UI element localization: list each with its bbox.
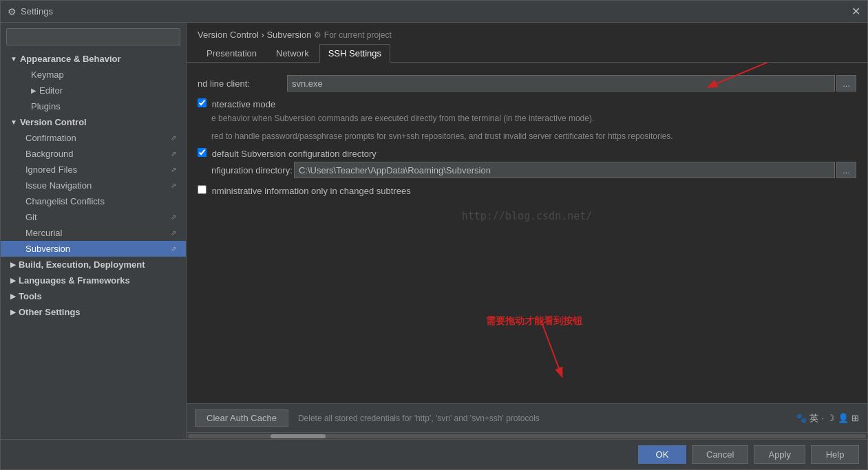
admin-info-label: nministrative information only in change… — [212, 186, 411, 196]
sidebar-item-label: Tools — [19, 291, 42, 301]
icon1: 🐾 — [796, 413, 807, 423]
interactive-mode-section: nteractive mode e behavior when Subversi… — [198, 98, 856, 142]
tab-network[interactable]: Network — [267, 44, 318, 62]
watermark-text: http://blog.csdn.net/ — [462, 210, 593, 222]
scrollbar-thumb[interactable] — [271, 434, 326, 438]
scrollbar-track — [188, 434, 866, 438]
browse-config-button[interactable]: ... — [836, 162, 856, 178]
sidebar-item-label: Confirmation — [25, 133, 76, 143]
help-button[interactable]: Help — [811, 445, 859, 464]
content-area: Version Control › Subversion ⚙ For curre… — [187, 23, 867, 439]
icon2: 英 — [809, 412, 818, 425]
sidebar-item-ignoredfiles[interactable]: Ignored Files ⇗ — [1, 162, 186, 178]
apply-button[interactable]: Apply — [754, 445, 805, 464]
content-header: Version Control › Subversion ⚙ For curre… — [187, 23, 867, 63]
tab-presentation[interactable]: Presentation — [198, 44, 266, 62]
tab-sshsettings[interactable]: SSH Settings — [319, 44, 390, 63]
behavior-text1: e behavior when Subversion commands are … — [211, 112, 856, 125]
sidebar-item-label: Subversion — [25, 244, 70, 254]
sidebar-item-appearance[interactable]: ▼ Appearance & Behavior — [1, 51, 186, 67]
search-input[interactable] — [6, 28, 180, 45]
horizontal-scrollbar[interactable] — [187, 432, 867, 439]
sidebar-item-tools[interactable]: ▶ Tools — [1, 288, 186, 304]
default-config-checkbox[interactable] — [198, 148, 207, 157]
system-icons: 🐾 英 · ☽ 👤 ⊞ — [796, 412, 859, 425]
search-box — [6, 28, 180, 45]
external-icon: ⇗ — [171, 182, 176, 189]
behavior-text2: red to handle password/passphrase prompt… — [211, 130, 856, 142]
icon6: ⊞ — [851, 413, 859, 423]
external-icon: ⇗ — [171, 245, 176, 253]
sidebar-item-label: Git — [25, 212, 37, 222]
close-button[interactable]: ✕ — [851, 5, 860, 18]
admin-info-row: nministrative information only in change… — [198, 185, 856, 196]
external-icon: ⇗ — [171, 229, 176, 237]
bottom-bar: Clear Auth Cache Delete all stored crede… — [187, 403, 867, 432]
cache-note: Delete all stored credentials for 'http'… — [298, 414, 796, 423]
interactive-mode-label: nteractive mode — [212, 99, 276, 109]
external-icon: ⇗ — [171, 150, 176, 158]
sidebar-item-changelistconflicts[interactable]: Changelist Conflicts — [1, 193, 186, 209]
expand-arrow: ▶ — [10, 261, 16, 268]
cancel-button[interactable]: Cancel — [692, 445, 748, 464]
sidebar-item-label: Ignored Files — [25, 164, 77, 175]
settings-icon: ⚙ — [8, 6, 17, 17]
ok-button[interactable]: OK — [638, 445, 686, 464]
config-dir-input[interactable] — [294, 162, 835, 178]
sidebar-item-background[interactable]: Background ⇗ — [1, 146, 186, 162]
external-icon: ⇗ — [171, 134, 176, 142]
expand-arrow: ▼ — [10, 118, 17, 126]
sidebar-item-subversion[interactable]: Subversion ⇗ — [1, 241, 186, 257]
external-icon: ⇗ — [171, 166, 176, 173]
tab-bar: Presentation Network SSH Settings — [198, 44, 856, 62]
sidebar-item-label: Mercurial — [25, 228, 62, 238]
sidebar-item-mercurial[interactable]: Mercurial ⇗ — [1, 225, 186, 241]
settings-dialog: ⚙ Settings ✕ ▼ Appearance & Behavior Key… — [0, 0, 868, 470]
icon5: 👤 — [838, 413, 849, 423]
command-line-client-label: nd line client: — [198, 78, 287, 89]
clear-auth-cache-button[interactable]: Clear Auth Cache — [195, 409, 288, 427]
svg-line-1 — [541, 321, 562, 376]
sidebar-item-vcs[interactable]: ▼ Version Control — [1, 114, 186, 130]
dialog-footer: OK Cancel Apply Help — [1, 439, 867, 469]
sidebar-item-label: Version Control — [20, 117, 87, 127]
content-body: nd line client: ... nteractive mode e be… — [187, 63, 867, 403]
sidebar-item-label: Issue Navigation — [25, 180, 92, 191]
sidebar-item-plugins[interactable]: Plugins — [1, 98, 186, 114]
sidebar-item-label: Editor — [39, 85, 63, 96]
admin-info-checkbox[interactable] — [198, 185, 207, 194]
sidebar-item-keymap[interactable]: Keymap — [1, 67, 186, 83]
sidebar-item-confirmation[interactable]: Confirmation ⇗ — [1, 130, 186, 146]
sidebar-item-label: Appearance & Behavior — [20, 54, 121, 64]
expand-arrow: ▶ — [10, 308, 16, 316]
sidebar-item-label: Languages & Frameworks — [19, 275, 130, 286]
title-bar: ⚙ Settings ✕ — [1, 1, 867, 23]
command-line-client-row: nd line client: ... — [198, 75, 856, 92]
expand-arrow: ▶ — [10, 292, 16, 300]
breadcrumb-text: Version Control › Subversion — [198, 30, 311, 40]
annotation-arrow-2 — [500, 314, 637, 396]
expand-arrow: ▶ — [10, 277, 16, 284]
config-dir-section: default Subversion configuration directo… — [198, 148, 856, 178]
default-config-label: default Subversion configuration directo… — [212, 149, 377, 159]
sidebar-item-label: Build, Execution, Deployment — [19, 259, 145, 270]
sidebar-item-languages[interactable]: ▶ Languages & Frameworks — [1, 273, 186, 288]
interactive-mode-checkbox[interactable] — [198, 98, 207, 107]
sidebar-item-label: Background — [25, 149, 73, 159]
browse-button[interactable]: ... — [836, 75, 856, 92]
sidebar-item-label: Plugins — [31, 101, 61, 111]
sidebar-item-label: Changelist Conflicts — [25, 196, 105, 206]
sidebar-item-label: Other Settings — [19, 307, 81, 317]
sidebar-item-issuenavigation[interactable]: Issue Navigation ⇗ — [1, 178, 186, 193]
breadcrumb: Version Control › Subversion ⚙ For curre… — [198, 30, 856, 40]
expand-arrow: ▶ — [31, 87, 36, 94]
sidebar: ▼ Appearance & Behavior Keymap ▶ Editor … — [1, 23, 187, 439]
sidebar-item-build[interactable]: ▶ Build, Execution, Deployment — [1, 257, 186, 273]
icon4: ☽ — [827, 413, 835, 423]
sidebar-item-othersettings[interactable]: ▶ Other Settings — [1, 304, 186, 320]
icon3: · — [821, 413, 824, 423]
sidebar-item-editor[interactable]: ▶ Editor — [1, 83, 186, 98]
sidebar-item-git[interactable]: Git ⇗ — [1, 209, 186, 225]
dialog-title: Settings — [21, 6, 53, 17]
command-line-client-input[interactable] — [287, 75, 835, 92]
